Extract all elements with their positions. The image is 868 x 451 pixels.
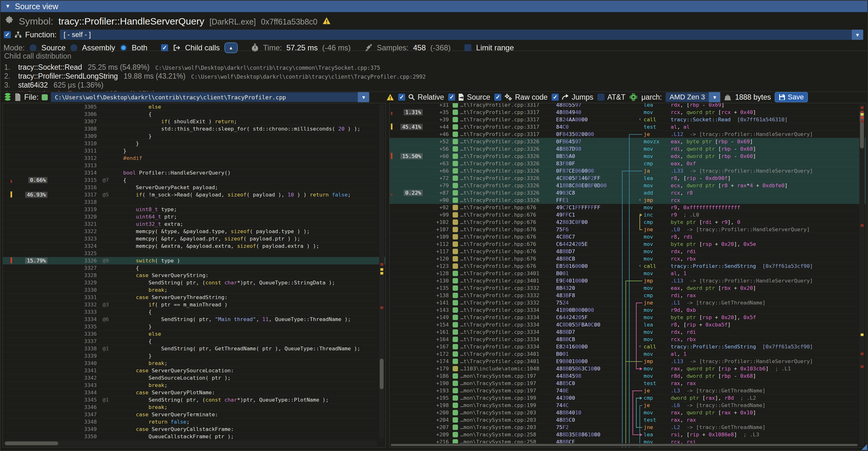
relative-toggle[interactable]: Relative [398, 93, 444, 101]
source-line[interactable]: 3327 { [3, 264, 385, 272]
asm-row[interactable]: +209…mon\TracySystem.cpp:258488D35E88610… [390, 431, 866, 438]
asm-row[interactable]: +149…t\TracyProfiler.cpp:3334C64424205Fm… [390, 314, 866, 321]
asm-row[interactable]: +207…mon\TracySystem.cpp:20375F2jne.L2 -… [390, 424, 866, 431]
source-vertical-scrollbar[interactable] [379, 104, 384, 439]
source-line[interactable]: 3307 if( shouldExit ) return; [3, 118, 385, 125]
source-checkbox[interactable] [448, 93, 456, 101]
function-checkbox[interactable] [3, 31, 11, 38]
source-line[interactable]: 3346 break; [3, 403, 385, 411]
source-line[interactable]: 3333 { [3, 308, 385, 315]
asm-row[interactable]: +193…mon\TracySystem.cpp:197740Eje.L3 ->… [390, 387, 866, 394]
asm-row[interactable]: +117…t\TracyProfiler.hpp:676488BD7movrdx… [390, 248, 866, 255]
source-line[interactable]: 3319 uint8_t type; [3, 206, 385, 213]
att-toggle[interactable]: AT&T [597, 93, 625, 101]
asm-row[interactable]: +56…t\TracyProfiler.cpp:3326488B7D98movr… [390, 145, 866, 153]
asm-row[interactable]: +130…t\TracyProfiler.cpp:3401E9E4010000j… [390, 277, 866, 284]
asm-row[interactable]: +39…t\TracyProfiler.cpp:3317E824AA0000ca… [390, 116, 866, 123]
assembly-pane[interactable]: +31…t\TracyProfiler.cpp:3317488D5597lear… [389, 103, 866, 448]
source-line[interactable]: 3312#endif [3, 154, 385, 162]
asm-row[interactable]: +195…mon\TracySystem.cpp:199443900cmpdwo… [390, 394, 866, 402]
asm-row[interactable]: +107…t\TracyProfiler.hpp:67675F6jne.L0 -… [390, 226, 866, 233]
asm-row[interactable]: +190…mon\TracySystem.cpp:1974885C0testra… [390, 380, 866, 387]
asm-row[interactable]: +200…mon\TracySystem.cpp:203488B4010movr… [390, 409, 866, 416]
asm-row[interactable]: +204…mon\TracySystem.cpp:2034885C0testra… [390, 416, 866, 424]
relative-checkbox[interactable] [398, 93, 405, 101]
source-line[interactable]: 3305 else [3, 103, 385, 111]
source-line[interactable]: 3329 SendString( ptr, (const char*)ptr, … [3, 279, 385, 286]
asm-row[interactable]: +164…t\TracyProfiler.cpp:3334488BCBmovrc… [390, 336, 866, 343]
source-line[interactable]: 3338@1 SendString( ptr, GetThreadName( p… [3, 345, 385, 352]
asm-row[interactable]: +31…t\TracyProfiler.cpp:3317488D5597lear… [390, 103, 866, 109]
resize-grip[interactable] [861, 444, 867, 450]
source-line[interactable]: 3321 uint32_t extra; [3, 220, 385, 228]
asm-row[interactable]: 15.50%+60…t\TracyProfiler.cpp:33268B55A0… [390, 153, 866, 160]
source-line[interactable]: 3330 break; [3, 286, 385, 294]
jumps-checkbox[interactable] [551, 93, 559, 101]
raw-code-checkbox[interactable] [494, 93, 502, 101]
ccd-item[interactable]: 3. stat64i32 625 μs (1.36%) [4, 81, 863, 90]
source-line[interactable]: 3341 case ServerQuerySourceLocation: [3, 367, 385, 374]
source-line[interactable]: 46.93%3317@5 if( !m_sock->Read( &payload… [3, 191, 385, 199]
source-line[interactable]: 3306 { [3, 111, 385, 118]
raw-code-toggle[interactable]: Raw code [494, 93, 548, 101]
source-line[interactable]: 3343 break; [3, 382, 385, 389]
assembly-vertical-scrollbar[interactable] [859, 104, 865, 446]
asm-row[interactable]: +112…t\TracyProfiler.hpp:676C64424205Emo… [390, 240, 866, 248]
asm-row[interactable]: 45.41%+44…t\TracyProfiler.cpp:331784C0te… [390, 123, 866, 130]
asm-row[interactable]: 0.22%+87…t\TracyProfiler.cpp:33264903C8a… [390, 189, 866, 197]
source-line[interactable]: 3340 break; [3, 360, 385, 367]
asm-row[interactable]: +72…t\TracyProfiler.cpp:33264C8D05F146F2… [390, 175, 866, 182]
asm-row[interactable]: +179…1103\include\atomic:1048488B05B63C1… [390, 365, 866, 372]
source-line[interactable]: 3349 case ServerQueryCallstackFrame: [3, 425, 385, 433]
source-horizontal-scrollbar[interactable] [3, 441, 378, 446]
assembly-horizontal-scrollbar-thumb[interactable] [391, 444, 858, 446]
asm-row[interactable]: +154…t\TracyProfiler.cpp:33344C8D055FBA0… [390, 321, 866, 328]
parent-symbol-button[interactable]: ▲ [224, 42, 238, 53]
asm-row[interactable]: +141…t\TracyProfiler.cpp:33327524jne.L1 … [390, 299, 866, 306]
source-horizontal-scrollbar-thumb[interactable] [5, 442, 58, 445]
asm-row[interactable]: +120…t\TracyProfiler.hpp:676488BCBmovrcx… [390, 255, 866, 263]
source-line[interactable]: 3318 [3, 199, 385, 206]
source-vertical-scrollbar-thumb[interactable] [380, 359, 383, 389]
source-line[interactable]: 3339 } [3, 352, 385, 360]
uarch-combo-arrow-icon[interactable]: ▼ [709, 92, 720, 102]
source-line[interactable]: 0.66%3315@7{ [3, 176, 385, 184]
source-line[interactable]: 3314bool Profiler::HandleServerQuery() [3, 169, 385, 176]
source-pane[interactable]: 3305 else3306 {3307 if( shouldExit ) ret… [3, 103, 386, 448]
asm-row[interactable]: +135…t\TracyProfiler.cpp:33328B4320movea… [390, 284, 866, 292]
asm-row[interactable]: +174…t\TracyProfiler.cpp:3401E9B8010000j… [390, 358, 866, 365]
source-line[interactable]: 3345@1 SendString( ptr, (const char*)ptr… [3, 396, 385, 403]
asm-row[interactable]: +138…t\TracyProfiler.cpp:3332483BF8cmprd… [390, 292, 866, 299]
assembly-horizontal-scrollbar[interactable] [390, 443, 858, 447]
asm-row[interactable]: +172…t\TracyProfiler.cpp:3401B001moval, … [390, 350, 866, 358]
source-line[interactable]: 3335 } [3, 323, 385, 330]
asm-row[interactable]: +92…t\TracyProfiler.hpp:67649C7C1FFFFFFF… [390, 204, 866, 211]
source-line[interactable]: 3336 else [3, 330, 385, 338]
titlebar[interactable]: ▼ Source view [1, 1, 867, 12]
asm-row[interactable]: +143…t\TracyProfiler.cpp:333441B90B00000… [390, 306, 866, 314]
source-line[interactable]: 3332@3 if( ptr == m_mainThread ) [3, 301, 385, 308]
att-checkbox[interactable] [597, 93, 605, 101]
source-line[interactable]: 15.79%3326@9 switch( type ) [3, 257, 385, 264]
asm-row[interactable]: +198…mon\TracySystem.cpp:199744Cje.L6 ->… [390, 402, 866, 409]
asm-row[interactable]: +167…t\TracyProfiler.cpp:3334E824160000c… [390, 343, 866, 350]
source-line[interactable]: 3337 { [3, 338, 385, 345]
asm-row[interactable]: +52…t\TracyProfiler.cpp:33260FB64597movz… [390, 138, 866, 145]
source-line[interactable]: 3348 return false; [3, 418, 385, 425]
asm-row[interactable]: +186…mon\TracySystem.cpp:197448B4598movr… [390, 372, 866, 380]
asm-row[interactable]: +99…t\TracyProfiler.hpp:67649FFC1incr9 ;… [390, 211, 866, 218]
asm-row[interactable]: +109…t\TracyProfiler.hpp:6764C8BC7movr8,… [390, 233, 866, 240]
function-combo-arrow-icon[interactable]: ▼ [852, 30, 863, 40]
uarch-combo[interactable]: AMD Zen 3 ▼ [665, 92, 720, 102]
asm-row[interactable]: +66…t\TracyProfiler.cpp:33260F87CE060000… [390, 167, 866, 175]
asm-row[interactable]: 1.31%+35…t\TracyProfiler.cpp:3317488B494… [390, 109, 866, 116]
asm-row[interactable]: +102…t\TracyProfiler.hpp:67642803C0F00cm… [390, 218, 866, 226]
asm-row[interactable]: +90…t\TracyProfiler.cpp:3326FFE1jmprcx [390, 197, 866, 204]
file-combo[interactable]: C:\Users\wolf\Desktop\darkrl\contrib\tra… [51, 92, 369, 102]
source-line[interactable]: 3350 QueueCallstackFrame( ptr ); [3, 433, 385, 440]
asm-row[interactable]: +161…t\TracyProfiler.cpp:3334488BD7movrd… [390, 328, 866, 336]
source-line[interactable]: 3322 memcpy( &type, &payload.type, sizeo… [3, 228, 385, 235]
source-line[interactable]: 3313 [3, 162, 385, 169]
source-line[interactable]: 3325 [3, 250, 385, 257]
source-line[interactable]: 3328 case ServerQueryString: [3, 272, 385, 279]
